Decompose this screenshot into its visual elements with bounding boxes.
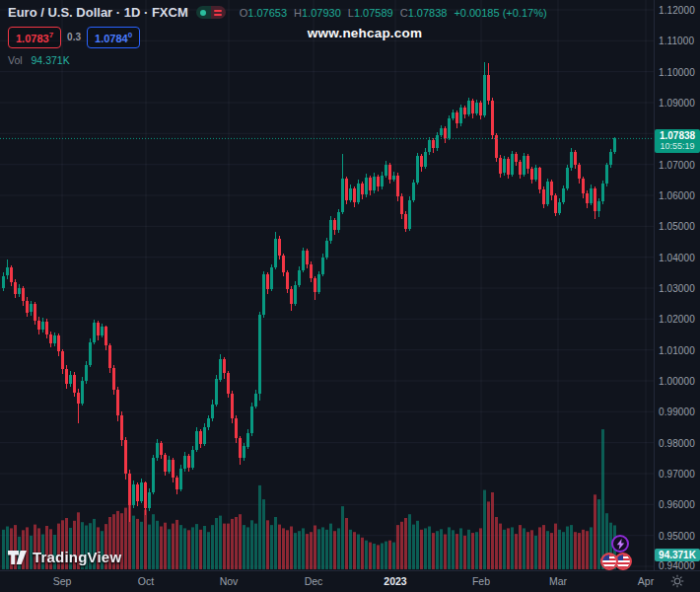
candle-body [400,196,403,214]
candle-body [329,220,332,241]
candle-body [381,176,384,187]
gear-icon[interactable] [670,574,684,588]
candle-body [85,365,88,381]
candle-body [511,154,514,175]
candle-body [219,359,222,379]
x-tick-label[interactable]: Feb [472,575,490,587]
volume-bar [428,527,431,570]
candle-body [105,327,107,345]
volume-bar [164,523,167,569]
candle-body [132,484,135,505]
volume-bar [562,532,565,569]
buy-button[interactable]: 1.07840 [87,27,140,48]
volume-bar [448,527,451,569]
currency-pair-flags[interactable] [600,552,634,571]
candle-body [534,168,537,179]
market-status-toggle[interactable] [196,6,226,19]
volume-bar [519,525,522,569]
volume-bar [195,524,198,569]
candle-body [550,182,553,195]
y-tick-label: 1.04000 [659,252,695,262]
volume-bar [440,529,443,569]
candle-body [199,431,202,444]
x-tick-label[interactable]: Apr [638,575,654,587]
volume-bar [396,525,399,569]
volume-bar [400,522,403,569]
volume-bar [388,541,391,569]
candle-body [18,288,21,294]
volume-bar [191,527,194,569]
volume-bar [325,530,328,569]
candle-body [428,140,431,153]
y-tick-label: 1.07000 [659,159,695,170]
candle-body [239,438,242,458]
volume-bar [511,527,514,569]
spread-value: 0.3 [67,32,81,42]
volume-bar [424,528,427,569]
candle-body [566,168,569,188]
candle-body [41,322,44,331]
candle-body [321,258,324,274]
candle-body [333,220,336,230]
x-tick-label[interactable]: Mar [549,575,567,587]
volume-bar [515,534,518,569]
candle-body [278,239,281,256]
sell-button[interactable]: 1.07837 [8,27,61,48]
candle-body [310,264,313,278]
volume-bar [136,519,139,569]
volume-bar [554,524,557,569]
candle-body [408,200,411,229]
candle-body [558,202,561,213]
volume-bar [298,531,301,569]
x-tick-label[interactable]: Sep [53,575,72,587]
x-tick-label[interactable]: Dec [305,575,323,587]
candle-body [412,183,415,200]
candlestick-chart[interactable] [0,0,654,570]
candle-body [388,165,391,180]
volume-bar [491,492,494,569]
candle-body [136,484,139,501]
volume-bar [207,532,210,569]
candle-body [160,443,163,455]
candle-body [424,152,427,167]
lightning-icon [616,539,625,550]
candle-body [515,154,518,163]
candle-body [483,75,486,114]
y-tick-label: 1.09000 [659,98,695,109]
candle-body [396,176,399,196]
chart-pane[interactable] [0,0,654,570]
candle-body [570,152,573,169]
volume-legend[interactable]: Vol 94.371K [8,54,547,66]
volume-bar [282,528,285,569]
volume-bar [172,524,175,569]
tradingview-logo-text: TradingView [33,549,121,565]
candle-body [578,165,581,179]
volume-bar [459,528,462,569]
symbol-title[interactable]: Euro / U.S. Dollar · 1D · FXCM [8,5,188,20]
lightning-badge[interactable] [611,535,629,553]
volume-bar [479,528,482,569]
high-label: H [294,7,302,19]
candle-body [53,335,56,343]
x-tick-label[interactable]: Oct [138,575,154,587]
volume-bar [203,526,206,569]
y-tick-label: 1.05000 [659,221,695,232]
price-axis[interactable]: 0.950000.960000.970000.980000.990001.000… [655,0,700,570]
candle-body [246,433,249,446]
candle-body [436,135,439,149]
volume-bar [475,532,478,569]
x-tick-label[interactable]: 2023 [384,575,406,587]
candle-body [57,335,60,351]
time-axis[interactable]: SepOctNovDec2023FebMarApr [0,571,700,592]
candle-body [250,407,253,434]
volume-bar [455,534,458,569]
tradingview-logo[interactable]: TradingView [8,549,121,565]
candle-body [373,177,376,190]
last-price-label[interactable]: 1.07838 10:55:19 [655,129,700,153]
x-tick-label[interactable]: Nov [220,575,239,587]
candle-body [487,75,490,100]
candle-body [369,178,372,191]
bid-price: 1.0783 [16,33,49,44]
candle-body [108,345,111,368]
candle-body [81,381,84,404]
